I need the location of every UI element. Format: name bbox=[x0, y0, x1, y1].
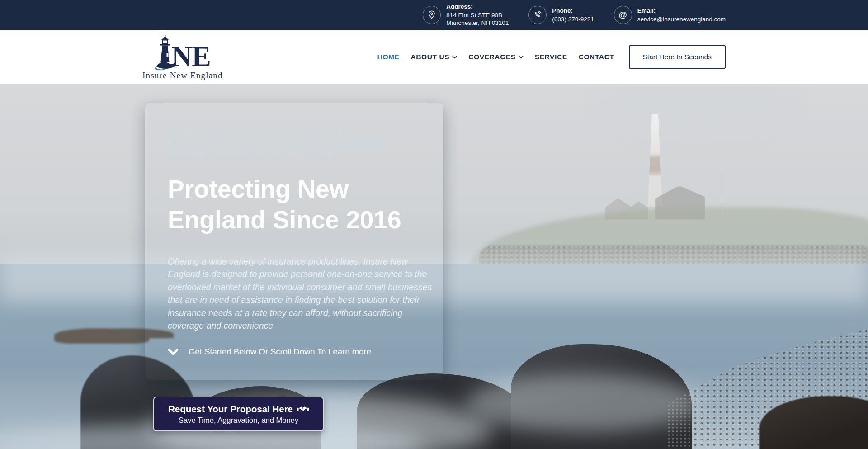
hero-eyebrow: Insurance Agency Based in Manchester, NH… bbox=[168, 127, 421, 160]
nav-item-service[interactable]: SERVICE bbox=[535, 53, 567, 61]
chevron-down-icon bbox=[452, 56, 457, 59]
chevron-down-icon bbox=[168, 349, 179, 355]
header: NE Insure New England HOME ABOUT US COVE… bbox=[0, 30, 868, 84]
hero-section: Insurance Agency Based in Manchester, NH… bbox=[0, 84, 868, 449]
scroll-down-link[interactable]: Get Started Below Or Scroll Down To Lear… bbox=[168, 347, 421, 367]
request-proposal-button[interactable]: Request Your Proposal Here Save Time, Ag… bbox=[153, 397, 324, 431]
hero-heading: Protecting New England Since 2016 bbox=[168, 174, 434, 235]
phone-number[interactable]: (603) 270-9221 bbox=[552, 15, 594, 23]
nav-item-coverages[interactable]: COVERAGES bbox=[468, 53, 523, 61]
hero-card: Insurance Agency Based in Manchester, NH… bbox=[145, 103, 443, 380]
nav-item-about-us[interactable]: ABOUT US bbox=[411, 53, 458, 61]
proposal-subtitle: Save Time, Aggravation, and Money bbox=[179, 416, 298, 425]
at-sign-glyph: @ bbox=[618, 10, 627, 20]
topbar-phone: Phone: (603) 270-9221 bbox=[528, 6, 594, 24]
phone-icon bbox=[528, 6, 547, 24]
handshake-icon bbox=[297, 405, 309, 413]
email-label: Email: bbox=[637, 7, 726, 14]
address-label: Address: bbox=[446, 3, 509, 10]
location-pin-icon bbox=[423, 6, 441, 24]
logo-name: Insure New England bbox=[142, 71, 223, 80]
start-here-button[interactable]: Start Here In Seconds bbox=[629, 45, 726, 69]
nav-item-contact[interactable]: CONTACT bbox=[579, 53, 614, 61]
nav-label-service: SERVICE bbox=[535, 53, 567, 61]
hero-paragraph: Offering a wide variety of insurance pro… bbox=[168, 255, 432, 332]
address-line-2: Manchester, NH 03101 bbox=[446, 19, 509, 27]
topbar-email: @ Email: service@insurenewengland.com bbox=[614, 6, 726, 24]
address-line-1: 814 Elm St STE 90B bbox=[446, 11, 509, 19]
offshore-rocks bbox=[54, 328, 149, 344]
topbar: Address: 814 Elm St STE 90B Manchester, … bbox=[0, 0, 868, 30]
proposal-title: Request Your Proposal Here bbox=[168, 404, 293, 415]
nav-label-coverages: COVERAGES bbox=[468, 53, 515, 61]
at-sign-icon: @ bbox=[614, 6, 632, 24]
email-address[interactable]: service@insurenewengland.com bbox=[637, 15, 726, 23]
scroll-hint-label: Get Started Below Or Scroll Down To Lear… bbox=[189, 347, 371, 357]
nav-label-home: HOME bbox=[377, 53, 400, 61]
logo[interactable]: NE Insure New England bbox=[142, 34, 223, 80]
topbar-address: Address: 814 Elm St STE 90B Manchester, … bbox=[423, 3, 509, 27]
main-nav: HOME ABOUT US COVERAGES SERVICE CONTACT bbox=[377, 53, 614, 61]
nav-label-about-us: ABOUT US bbox=[411, 53, 450, 61]
logo-monogram: NE bbox=[171, 43, 211, 70]
hero-eyebrow-line-2: Providing Auto, Home, Life, Commercial, … bbox=[168, 138, 421, 149]
hero-eyebrow-line-3: Individuals & Businesses in New England. bbox=[168, 149, 421, 160]
mist bbox=[466, 373, 701, 432]
nav-label-contact: CONTACT bbox=[579, 53, 614, 61]
nav-item-home[interactable]: HOME bbox=[377, 53, 400, 61]
lighthouse-icon bbox=[155, 34, 175, 70]
phone-label: Phone: bbox=[552, 7, 594, 14]
chevron-down-icon bbox=[519, 56, 524, 59]
hero-eyebrow-line-1: Insurance Agency Based in Manchester, NH bbox=[168, 127, 421, 138]
